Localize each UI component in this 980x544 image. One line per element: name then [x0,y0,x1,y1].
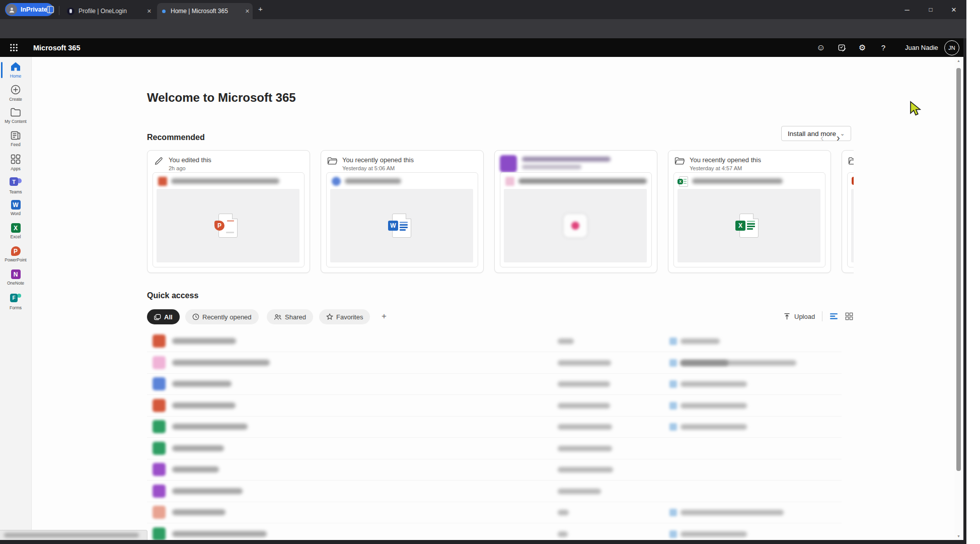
grid-view-icon[interactable] [845,312,853,320]
card-badge-text: You edited this [169,156,211,164]
upload-label[interactable]: Upload [794,313,815,320]
sidebar-item-create[interactable]: Create [0,84,31,102]
recommended-card[interactable]: You edited this 2h ago P [147,150,310,273]
scrollbar-thumb[interactable] [956,68,961,471]
filter-favorites[interactable]: Favorites [319,309,370,324]
quick-access-row[interactable] [147,395,842,417]
filter-all[interactable]: All [147,309,180,324]
powerpoint-doc-glyph: P [218,214,238,238]
file-card[interactable]: X X [673,172,825,267]
sidebar-item-onenote[interactable]: N OneNote [0,269,31,286]
filter-shared[interactable]: Shared [267,309,313,324]
recommended-heading: Recommended [147,133,205,142]
scroll-down-icon[interactable]: ▼ [956,534,961,538]
redacted-activity-text [681,424,747,430]
add-filter-icon[interactable]: + [382,311,387,321]
file-type-icon [153,442,166,455]
card-badge-text: You recently opened this [342,156,414,164]
browser-window: InPrivate Profile | OneLogin ✕ Home | Mi… [0,0,966,544]
quick-access-row[interactable] [147,523,842,540]
excel-doc-glyph: X [739,214,759,238]
feedback-smiley-icon[interactable]: ☺ [812,41,830,54]
file-card[interactable]: P [847,172,854,267]
quick-access-row[interactable] [147,416,842,438]
teams-icon: T [10,177,22,188]
file-type-icon [153,399,166,412]
install-and-more-button[interactable]: Install and more ⌄ [781,126,851,141]
redacted-activity-text [681,403,747,409]
minimize-button[interactable]: ─ [895,0,919,19]
onelogin-favicon [67,8,74,15]
activity-doc-icon [669,402,677,410]
new-tab-button[interactable]: + [258,5,263,13]
tab-close-icon[interactable]: ✕ [144,7,155,16]
activity-doc-icon [669,509,677,516]
quick-access-row[interactable] [147,502,842,523]
file-card[interactable]: P [153,172,305,267]
browser-titlebar: InPrivate Profile | OneLogin ✕ Home | Mi… [0,0,966,19]
recommended-card[interactable]: You recently opened this Yesterday at 4:… [668,150,831,273]
sidebar-item-forms[interactable]: F Forms [0,293,31,310]
upload-icon[interactable] [783,313,791,320]
sidebar-item-powerpoint[interactable]: P PowerPoint [0,246,31,262]
app-launcher-waffle-icon[interactable] [5,41,22,54]
card-badge-text: You recently opened this [690,156,761,164]
word-icon: W [11,200,21,210]
sidebar-item-home[interactable]: Home [0,61,31,79]
redacted-modified-date [558,338,574,344]
maximize-button[interactable]: □ [919,0,942,19]
redacted-modified-date [558,424,612,430]
user-avatar[interactable]: JN [944,40,959,55]
carousel-prev-icon[interactable]: ‹ [820,132,824,144]
video-glyph [564,214,587,237]
list-view-icon[interactable] [830,313,838,320]
tab-home-microsoft-365[interactable]: Home | Microsoft 365 ✕ [157,3,253,19]
help-icon[interactable]: ? [875,41,892,54]
quick-access-row[interactable] [147,459,842,481]
page-scrollbar[interactable]: ▲ ▼ [954,57,963,540]
sidebar-item-teams[interactable]: T Teams [0,177,31,194]
recommended-card-partial[interactable]: P [842,150,854,273]
tab-actions-icon[interactable] [46,6,54,16]
notes-feedback-icon[interactable] [834,41,851,54]
redacted-file-title [518,178,647,184]
quick-access-row[interactable] [147,373,842,395]
quick-access-row[interactable] [147,481,842,502]
sidebar-item-excel[interactable]: X Excel [0,223,31,239]
file-type-icon [153,334,166,348]
filter-recently-opened[interactable]: Recently opened [185,309,259,324]
clock-icon [192,313,199,320]
redacted-modified-date [558,510,569,515]
tab-profile-onelogin[interactable]: Profile | OneLogin ✕ [64,3,155,19]
folder-open-icon [327,157,338,167]
people-icon [274,314,282,320]
tab-title: Home | Microsoft 365 [171,8,228,15]
close-button[interactable]: ✕ [942,0,965,19]
activity-doc-icon [669,530,677,538]
tab-close-icon[interactable]: ✕ [242,7,253,16]
recording-file-icon [505,177,514,186]
file-card[interactable]: W [326,172,478,267]
quick-access-row[interactable] [147,352,842,374]
redacted-file-name [172,424,248,430]
sidebar-item-word[interactable]: W Word [0,200,31,216]
quick-access-row[interactable] [147,330,842,352]
file-preview: X [677,189,820,262]
settings-gear-icon[interactable]: ⚙ [854,41,871,54]
file-type-icon [153,463,166,476]
quick-access-filters: All Recently opened Shared Favorites + [147,309,600,324]
sidebar-item-my-content[interactable]: My Content [0,107,31,124]
quick-access-row[interactable] [147,438,842,459]
sidebar-item-feed[interactable]: Feed [0,130,31,147]
carousel-next-icon[interactable]: › [837,132,840,144]
m365-app-title[interactable]: Microsoft 365 [33,44,80,52]
redacted-file-title [345,178,401,184]
scroll-up-icon[interactable]: ▲ [956,59,961,62]
file-card[interactable] [500,172,652,267]
sidebar-item-apps[interactable]: Apps [0,154,31,171]
activity-doc-icon [669,359,677,367]
recommended-card[interactable] [494,150,657,273]
word-file-icon [332,177,341,186]
recommended-card[interactable]: You recently opened this Yesterday at 5:… [321,150,484,273]
profile-avatar-icon [6,4,17,15]
